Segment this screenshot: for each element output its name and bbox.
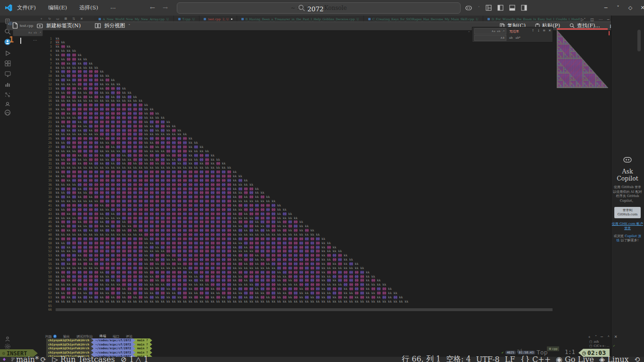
new-tab-icon[interactable] <box>37 23 43 28</box>
branch-status[interactable]: main* ⟳ <box>11 355 47 362</box>
powerline-arrow-icon <box>133 346 135 351</box>
manage-gear-icon[interactable] <box>4 343 11 350</box>
buffer-line: 45kk 00 00 00 kk 00 00 00 kk 00 00 00 kk… <box>44 220 553 224</box>
sidebar-action-icon[interactable]: ↻ <box>48 17 51 21</box>
konsole-chevron-icon[interactable]: ˅ <box>8 23 9 27</box>
close-icon[interactable]: ✕ <box>639 5 644 11</box>
warnings-count: △ 1 <box>135 355 149 362</box>
cpp-file-icon <box>99 18 101 20</box>
maximize-icon[interactable]: ◇ <box>627 5 634 11</box>
customize-layout-icon[interactable] <box>486 5 492 11</box>
forward-icon[interactable]: → <box>163 4 168 11</box>
buffer-line: 21kk 00 00 00 kk 00 00 00 00 00 00 00 00… <box>44 120 553 124</box>
live-share-icon[interactable] <box>4 101 11 108</box>
extensions-icon[interactable] <box>4 60 11 67</box>
buffer-line: 1kk <box>44 37 553 41</box>
buffer-line: 51kk 00 kk 00 00 00 00 00 00 00 00 00 00… <box>44 246 553 250</box>
sidebar-action-icon[interactable]: ✕ <box>80 17 83 21</box>
language-status[interactable]: {} C++ <box>520 355 551 362</box>
buffer-line: 58kk kk 00 00 00 00 00 00 kk kk 00 00 00… <box>44 275 553 279</box>
find-next-icon[interactable]: ↓ <box>537 29 540 33</box>
indentation-status[interactable]: 空格: 4 <box>446 354 471 362</box>
panel-action-icon[interactable]: ˅ <box>595 335 597 339</box>
vim-filetype-chip: ⚙ cpp <box>547 346 559 351</box>
sidebar-search-input[interactable]: Aa ab .* <box>13 29 43 36</box>
github-icon[interactable] <box>4 109 11 116</box>
ports-icon[interactable] <box>4 91 11 99</box>
terminal-instance[interactable]: ▢C/C++: ...✓ <box>589 344 615 348</box>
chart-icon[interactable] <box>4 81 11 88</box>
problems-status[interactable]: ⊘ 1 △ 1 <box>121 355 149 362</box>
eol-status[interactable]: LF <box>505 355 515 362</box>
golive-button[interactable]: ◉ Go Live <box>556 355 594 362</box>
refresh-icon[interactable]: ⟲ <box>634 355 640 362</box>
menu-selection[interactable]: 选择(S) <box>79 4 98 11</box>
back-icon[interactable]: ← <box>150 4 155 11</box>
remote-indicator-icon[interactable] <box>3 358 6 361</box>
minimize-icon[interactable]: ─ <box>603 5 609 11</box>
terminal-instance[interactable]: ▢zsh <box>589 340 615 344</box>
panel-action-icon[interactable]: ─ <box>601 335 603 339</box>
document-icon[interactable] <box>12 22 18 29</box>
new-tab-button[interactable]: 新建标签页(N) <box>46 22 81 29</box>
sidebar-action-icon[interactable]: ⇅ <box>72 17 75 21</box>
open-document-label: test.cpp <box>20 24 33 28</box>
shell-prompt-line: chiyoyuki@ChiyoYukiArch~/codes/xcpc/cf/2… <box>46 338 152 343</box>
panel-action-icon[interactable]: ✕ <box>614 335 618 339</box>
buffer-line: 53kk 00 00 00 kk 00 00 00 00 00 00 00 00… <box>44 254 553 258</box>
split-view-chevron-icon[interactable]: ˅ <box>128 24 130 28</box>
find-option-icons[interactable]: Aa ab .* <box>492 30 505 33</box>
debug-icon[interactable] <box>4 50 11 57</box>
find-input[interactable]: Aa ab .* <box>474 28 506 34</box>
menu-edit[interactable]: 编辑(E) <box>48 4 67 11</box>
encoding-status[interactable]: UTF-8 <box>476 355 500 362</box>
find-collapse-icon[interactable]: ˅ <box>468 31 470 35</box>
titlebar-icons: ˅ <box>465 0 527 16</box>
menu-more[interactable]: ⋯ <box>110 5 116 11</box>
sync-icon[interactable]: ⟳ <box>40 355 46 362</box>
sidebar-action-icon[interactable]: ▭ <box>56 17 59 21</box>
modified-dot-icon[interactable] <box>231 18 232 20</box>
find-close-icon[interactable]: ✕ <box>548 29 551 33</box>
panel-action-icon[interactable]: ＾ <box>607 334 611 339</box>
sidebar-action-icon[interactable]: ⊞ <box>65 17 67 21</box>
sidebar-action-icon[interactable]: ＋ <box>40 16 43 21</box>
nvim-buffer[interactable]: 1kk2kk kk3kk 00 kk4kk kk kk kk5kk 00 00 … <box>44 37 553 313</box>
copilot-chevron-icon[interactable]: ˅ <box>478 6 480 10</box>
tab-label: B_Having_Been_a_Treasurer_in_the_Past_I_… <box>246 17 355 21</box>
buffer-line: 24kk kk kk kk kk kk kk kk 00 00 00 00 00… <box>44 132 553 137</box>
os-status[interactable]: ◈ Linux <box>599 355 629 362</box>
prompt-user: chiyoyuki@ChiyoYukiArch <box>46 346 91 351</box>
github-signin-button[interactable]: 登录到 GitHub.com <box>614 207 641 218</box>
account-bottom-icon[interactable] <box>4 336 11 343</box>
buffer-line: 30kk kk 00 00 kk kk 00 00 kk kk 00 00 kk… <box>44 158 553 162</box>
shade-chevron-icon[interactable]: ˅ <box>615 5 621 11</box>
cursor-position-status[interactable]: 行 66, 列 1 <box>402 354 441 362</box>
timer-chip: 01:58:43 <box>518 351 535 354</box>
menu-file[interactable]: 文件(F) <box>17 4 36 11</box>
problems-badge: 2 <box>53 335 57 338</box>
buffer-line: 3kk 00 kk <box>44 45 553 49</box>
text-cursor <box>20 38 21 44</box>
find-in-selection-icon[interactable]: ≡ <box>543 29 545 33</box>
buffer-line: 56kk kk kk kk kk kk kk kk 00 00 00 00 00… <box>44 266 553 271</box>
toggle-sidebar-icon[interactable] <box>497 5 504 11</box>
toggle-panel-icon[interactable] <box>509 5 515 11</box>
split-view-icon[interactable] <box>95 23 101 28</box>
powerline-arrow-icon <box>150 338 152 343</box>
sidebar-scrollbar[interactable] <box>637 30 641 51</box>
run-testcases-button[interactable]: ▷ Run Testcases <box>52 355 115 362</box>
search-option-icons[interactable]: Aa ab .* <box>28 31 41 34</box>
ellipsis-icon[interactable]: ⋯ <box>33 38 37 42</box>
ghe-signin-link[interactable]: 使用 GHE.com 帐户登录 <box>611 222 644 230</box>
screencast-icon[interactable] <box>4 71 11 78</box>
minimap[interactable] <box>557 28 610 90</box>
split-view-button[interactable]: 拆分视图 <box>104 22 125 29</box>
buffer-line: 40kk kk kk kk kk kk kk kk 00 00 00 00 00… <box>44 199 553 204</box>
toggle-secondary-sidebar-icon[interactable] <box>521 5 527 11</box>
powerline-arrow-icon <box>133 338 135 343</box>
panel-action-icon[interactable]: ＋ <box>587 334 591 339</box>
copilot-icon[interactable] <box>465 5 472 11</box>
find-prev-icon[interactable]: ↑ <box>532 29 535 33</box>
buffer-line: 42kk kk 00 00 00 00 00 00 kk kk 00 00 00… <box>44 208 553 212</box>
